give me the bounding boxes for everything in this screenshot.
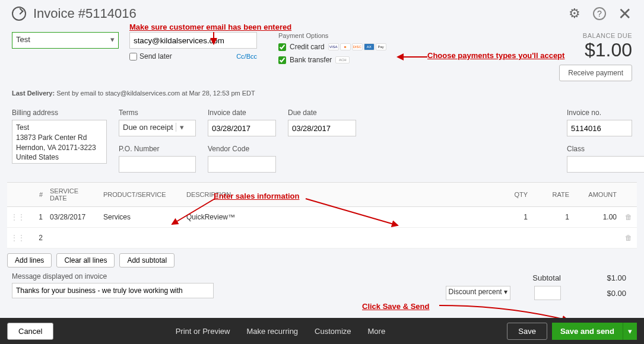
col-rate: RATE: [531, 183, 573, 207]
annotation-email: Make sure customer email has been entere…: [129, 23, 291, 31]
drag-handle-icon[interactable]: ⋮⋮: [7, 207, 28, 228]
row-qty[interactable]: [490, 228, 531, 249]
row-num: 2: [28, 228, 46, 249]
customer-select[interactable]: Test: [12, 32, 119, 49]
annotation-payments: Choose payments types you'll accept: [427, 51, 564, 61]
receive-payment-button[interactable]: Receive payment: [559, 65, 632, 81]
col-service-date: SERVICE DATE: [46, 183, 100, 207]
invoice-no-input[interactable]: [567, 120, 632, 136]
credit-card-checkbox[interactable]: [278, 43, 286, 51]
make-recurring-link[interactable]: Make recurring: [246, 327, 298, 336]
customer-name: Test: [16, 35, 30, 44]
due-date-input[interactable]: [288, 120, 356, 136]
col-qty: QTY: [490, 183, 531, 207]
annotation-savesend: Click Save & Send: [362, 302, 429, 311]
save-button[interactable]: Save: [507, 323, 547, 340]
payment-options-label: Payment Options: [278, 32, 386, 39]
save-and-send-dropdown[interactable]: ▾: [623, 323, 637, 340]
print-preview-link[interactable]: Print or Preview: [176, 327, 230, 336]
ccbcc-link[interactable]: Cc/Bcc: [236, 53, 257, 60]
annotation-sales: Enter sales information: [214, 192, 299, 200]
clear-lines-button[interactable]: Clear all lines: [56, 253, 115, 267]
add-subtotal-button[interactable]: Add subtotal: [119, 253, 175, 267]
trash-icon[interactable]: 🗑: [620, 207, 637, 228]
drag-handle-icon[interactable]: ⋮⋮: [7, 228, 28, 249]
row-num: 1: [28, 207, 46, 228]
add-lines-button[interactable]: Add lines: [7, 253, 52, 267]
save-and-send-button[interactable]: Save and send: [552, 323, 623, 340]
invoice-date-label: Invoice date: [208, 109, 276, 117]
subtotal-value: $1.00: [585, 273, 626, 282]
customize-link[interactable]: Customize: [315, 327, 351, 336]
row-product[interactable]: [100, 228, 183, 249]
po-input[interactable]: [119, 156, 196, 173]
invoice-no-label: Invoice no.: [567, 109, 632, 117]
last-delivery: Last Delivery: Sent by email to stacy@ki…: [0, 86, 644, 100]
row-product[interactable]: Services: [100, 207, 183, 228]
po-label: P.O. Number: [119, 145, 196, 153]
terms-label: Terms: [119, 109, 196, 117]
discount-input[interactable]: [534, 286, 561, 300]
row-service-date[interactable]: [46, 228, 100, 249]
message-input[interactable]: [12, 283, 214, 298]
line-items-table: # SERVICE DATE PRODUCT/SERVICE DESCRIPTI…: [7, 182, 637, 249]
card-icons: VISA ●● DISC AX Pay: [328, 43, 386, 50]
billing-address[interactable]: Test13873 Park Center RdHerndon, VA 2017…: [12, 120, 107, 164]
balance-amount: $1.00: [559, 39, 632, 61]
row-description[interactable]: QuickReview™: [183, 207, 490, 228]
vendor-input[interactable]: [208, 156, 276, 173]
invoice-icon: [12, 7, 26, 21]
cancel-button[interactable]: Cancel: [7, 323, 53, 340]
vendor-label: Vendor Code: [208, 145, 276, 153]
more-link[interactable]: More: [368, 327, 386, 336]
col-num: #: [28, 183, 46, 207]
table-row[interactable]: ⋮⋮ 2 🗑: [7, 228, 637, 249]
row-service-date[interactable]: 03/28/2017: [46, 207, 100, 228]
credit-card-label: Credit card: [290, 43, 325, 51]
due-date-label: Due date: [288, 109, 356, 117]
table-row[interactable]: ⋮⋮ 1 03/28/2017 Services QuickReview™ 1 …: [7, 207, 637, 228]
send-later-checkbox[interactable]: [129, 53, 137, 60]
bottom-bar: Cancel Print or Preview Make recurring C…: [0, 318, 644, 344]
row-description[interactable]: [183, 228, 490, 249]
row-rate[interactable]: [531, 228, 573, 249]
help-icon[interactable]: ?: [593, 7, 606, 20]
terms-select[interactable]: Due on receipt▾: [119, 120, 196, 136]
row-rate[interactable]: 1: [531, 207, 573, 228]
subtotal-label: Subtotal: [532, 273, 561, 282]
bank-transfer-label: Bank transfer: [290, 56, 332, 64]
send-later-label: Send later: [139, 52, 172, 60]
class-label: Class: [567, 145, 632, 153]
col-amount: AMOUNT: [573, 183, 620, 207]
row-amount[interactable]: 1.00: [573, 207, 620, 228]
discount-value: $0.00: [585, 289, 626, 298]
gear-icon[interactable]: ⚙: [567, 6, 582, 21]
email-input[interactable]: [129, 32, 257, 49]
page-title: Invoice #5114016: [33, 6, 137, 21]
billing-label: Billing address: [12, 109, 107, 117]
invoice-date-input[interactable]: [208, 120, 276, 136]
discount-type-select[interactable]: Discount percent ▾: [446, 286, 510, 300]
row-qty[interactable]: 1: [490, 207, 531, 228]
bank-transfer-checkbox[interactable]: [278, 56, 286, 64]
col-product: PRODUCT/SERVICE: [100, 183, 183, 207]
close-icon[interactable]: ✕: [617, 6, 632, 21]
row-amount[interactable]: [573, 228, 620, 249]
balance-due-label: BALANCE DUE: [559, 32, 632, 39]
trash-icon[interactable]: 🗑: [620, 228, 637, 249]
ach-icon: ACH: [335, 56, 350, 63]
class-input[interactable]: [567, 156, 644, 173]
